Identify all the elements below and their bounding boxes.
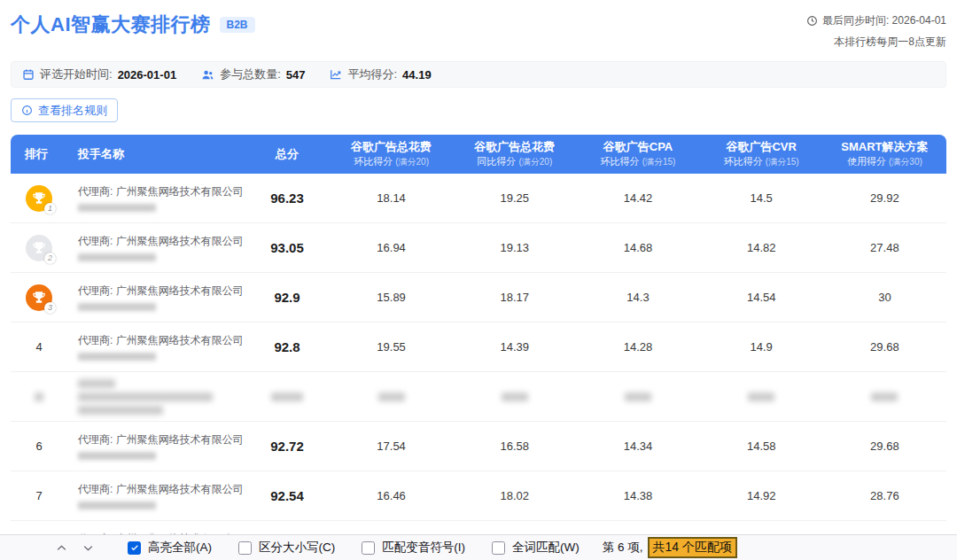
column-title: 谷歌广告总花费 [330,140,453,154]
column-header: 排行 [11,147,67,161]
score-cell: 14.42 [576,191,699,205]
stat-participants: 参与总数量: 547 [201,66,305,82]
rank-cell [11,393,67,401]
checkbox-unchecked-icon[interactable] [492,541,505,555]
score-cell: 28.76 [823,489,946,502]
stat-average-score: 平均得分: 44.19 [330,66,431,82]
score-cell [453,393,576,401]
rank-cell: 1 [11,185,67,212]
redacted-score [378,393,405,401]
score-cell [823,393,946,401]
score-cell: 19.13 [453,241,576,254]
stat-start-time: 评选开始时间: 2026-01-01 [22,66,176,82]
find-option[interactable]: 高亮全部(A) [128,540,212,556]
checkbox-checked-icon[interactable] [128,541,141,555]
table-header: 排行投手名称总分谷歌广告总花费环比得分 (满分20)谷歌广告总花费同比得分 (满… [11,135,946,174]
column-subtitle: 环比得分 (满分15) [576,156,699,168]
score-cell [330,393,453,401]
redacted-contestant-name [78,204,156,212]
find-option-label: 区分大小写(C) [259,540,335,556]
rank-cell: 4 [11,340,67,354]
find-option[interactable]: 匹配变音符号(I) [362,540,465,556]
stat-label: 评选开始时间: [40,66,113,82]
rank-number: 4 [35,340,42,354]
contestant-name-cell: 代理商: 广州聚焦网络技术有限公司 [67,234,245,261]
table-row [11,372,946,422]
contestant-name-cell: 代理商: 广州聚焦网络技术有限公司 [67,333,245,361]
column-title: 总分 [245,147,330,161]
total-score-cell: 92.9 [245,290,330,305]
find-option[interactable]: 区分大小写(C) [238,540,335,556]
contestant-name-cell: 代理商: 广州聚焦网络技术有限公司 [67,432,245,460]
column-subtitle: 环比得分 (满分20) [330,156,453,168]
find-next-button[interactable] [74,537,101,558]
update-note: 本排行榜每周一8点更新 [806,35,946,50]
rank-cell: 3 [11,284,67,311]
column-title: 投手名称 [78,147,245,161]
rank-number: 7 [35,489,42,502]
leaderboard-table: 排行投手名称总分谷歌广告总花费环比得分 (满分20)谷歌广告总花费同比得分 (满… [11,135,946,560]
score-cell: 27.48 [823,241,946,254]
column-max-score: (满分15) [642,157,676,167]
column-subtitle: 同比得分 (满分20) [453,156,576,168]
users-icon [201,68,214,82]
score-cell: 14.39 [453,340,576,354]
column-header: 谷歌广告总花费同比得分 (满分20) [453,140,576,168]
total-score-cell: 93.05 [245,240,330,255]
find-option-label: 匹配变音符号(I) [382,540,465,556]
redacted-name-line [78,379,115,388]
score-cell: 14.54 [700,291,823,304]
redacted-rank [35,393,43,401]
column-subtitle: 使用得分 (满分30) [823,156,946,168]
trophy-icon [32,291,46,305]
sync-time: 最后同步时间: 2026-04-01 [822,13,946,28]
score-cell: 14.58 [700,439,823,453]
clock-icon [806,15,818,27]
view-ranking-rules-button[interactable]: 查看排名规则 [11,98,118,122]
column-max-score: (满分20) [518,157,552,167]
table-row: 6代理商: 广州聚焦网络技术有限公司92.7217.5416.5814.3414… [11,422,946,471]
stats-bar: 评选开始时间: 2026-01-01 参与总数量: 547 平均得分: 44.1… [11,61,946,88]
score-cell: 14.38 [576,489,699,502]
redacted-name-line [78,393,213,401]
table-row: 1代理商: 广州聚焦网络技术有限公司96.2318.1419.2514.4214… [11,174,946,223]
score-cell: 14.68 [576,241,699,254]
agency-name: 代理商: 广州聚焦网络技术有限公司 [78,284,245,299]
redacted-contestant-name [78,353,156,361]
column-header: SMART解决方案使用得分 (满分30) [823,140,946,168]
column-title: 排行 [25,147,67,161]
stat-value: 44.19 [402,68,432,82]
score-cell: 14.9 [700,340,823,354]
table-body: 1代理商: 广州聚焦网络技术有限公司96.2318.1419.2514.4214… [11,174,946,560]
score-cell: 16.94 [330,241,453,254]
rules-button-label: 查看排名规则 [38,103,107,119]
column-header: 谷歌广告总花费环比得分 (满分20) [330,140,453,168]
rank-cell: 7 [11,489,67,502]
find-status-text: 第 6 项, [603,540,643,556]
find-option[interactable]: 全词匹配(W) [492,540,580,556]
score-cell: 19.25 [453,191,576,205]
total-score-cell: 92.72 [245,439,330,454]
contestant-name-cell [67,379,245,415]
gold-medal-icon: 1 [26,185,52,212]
table-row: 2代理商: 广州聚焦网络技术有限公司93.0516.9419.1314.6814… [11,223,946,273]
score-cell: 14.82 [700,241,823,254]
agency-name: 代理商: 广州聚焦网络技术有限公司 [78,184,245,199]
trend-icon [330,68,342,81]
total-score-cell: 92.54 [245,488,330,503]
redacted-score [748,393,774,401]
redacted-score [871,393,898,401]
checkbox-unchecked-icon[interactable] [238,541,252,555]
score-cell: 14.28 [576,340,699,354]
find-previous-button[interactable] [48,537,74,558]
score-cell: 18.02 [453,489,576,502]
score-cell: 29.68 [823,340,946,354]
total-score-cell [245,393,330,401]
checkbox-unchecked-icon[interactable] [362,541,375,555]
stat-value: 2026-01-01 [118,68,177,82]
medal-rank-number: 3 [44,302,56,314]
score-cell: 30 [823,291,946,304]
column-subtitle: 环比得分 (满分15) [700,156,823,168]
column-max-score: (满分15) [766,157,799,167]
score-cell [576,393,699,401]
